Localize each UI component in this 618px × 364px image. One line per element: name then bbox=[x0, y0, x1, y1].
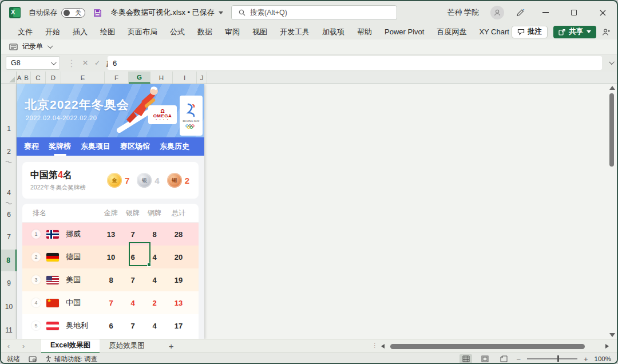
ribbon-tab-power-pivot[interactable]: Power Pivot bbox=[378, 24, 430, 39]
document-title-text: 冬奥会数据可视化.xlsx • 已保存 bbox=[111, 7, 215, 18]
cancel-icon[interactable]: ✕ bbox=[82, 59, 88, 67]
ribbon-tab-data[interactable]: 数据 bbox=[191, 24, 219, 39]
row-header-9[interactable]: 9 bbox=[1, 272, 17, 294]
ribbon-tab-review[interactable]: 审阅 bbox=[219, 24, 246, 39]
ribbon-tab-home[interactable]: 开始 bbox=[39, 24, 66, 39]
form-dropdown-icon[interactable] bbox=[47, 43, 53, 49]
search-input[interactable]: 搜索(Alt+Q) bbox=[231, 5, 397, 20]
column-header-j[interactable]: J bbox=[197, 72, 207, 84]
maximize-button[interactable] bbox=[565, 5, 583, 21]
sheet-area[interactable]: 1 2 4 6 7 8 9 10 11 bbox=[1, 84, 617, 339]
formula-bar-expand-icon[interactable] bbox=[609, 59, 615, 65]
ribbon-tab-draw[interactable]: 绘图 bbox=[94, 24, 121, 39]
sheet-tabs-row: ‹ › Excel效果图 原始效果图 + ⋮ bbox=[1, 339, 617, 353]
sheet-nav-next-icon[interactable]: › bbox=[16, 342, 31, 350]
comments-button[interactable]: 批注 bbox=[512, 26, 548, 38]
rank-badge: 5 bbox=[31, 321, 41, 330]
column-header-h[interactable]: H bbox=[150, 72, 173, 84]
formula-input[interactable]: 6 bbox=[108, 56, 602, 70]
scroll-up-icon[interactable] bbox=[609, 86, 615, 90]
person-add-icon[interactable] bbox=[602, 28, 611, 36]
scroll-left-icon[interactable] bbox=[381, 344, 385, 349]
selected-cell-outline[interactable] bbox=[129, 242, 150, 266]
page-layout-view-button[interactable] bbox=[478, 354, 491, 364]
excel-app-icon[interactable] bbox=[9, 7, 21, 18]
row-header-4[interactable]: 4 bbox=[1, 182, 17, 204]
row-header-6[interactable]: 6 bbox=[1, 204, 17, 225]
nav-tab-schedule[interactable]: 赛程 bbox=[24, 141, 39, 152]
add-sheet-button[interactable]: + bbox=[169, 341, 174, 351]
zoom-out-button[interactable]: − bbox=[516, 355, 521, 363]
ribbon-tab-formulas[interactable]: 公式 bbox=[164, 24, 191, 39]
nav-tab-venues[interactable]: 赛区场馆 bbox=[120, 141, 150, 152]
sheet-tab-excel-result[interactable]: Excel效果图 bbox=[41, 339, 100, 353]
ribbon-tab-view[interactable]: 视图 bbox=[246, 24, 274, 39]
scroll-right-icon[interactable] bbox=[605, 344, 609, 349]
document-title[interactable]: 冬奥会数据可视化.xlsx • 已保存 bbox=[111, 7, 223, 18]
column-header-i[interactable]: I bbox=[173, 72, 197, 84]
rank-badge: 3 bbox=[31, 275, 41, 284]
minimize-icon bbox=[542, 12, 549, 13]
nav-tab-medal-table[interactable]: 奖牌榜 bbox=[49, 141, 71, 152]
zoom-slider[interactable] bbox=[527, 358, 577, 359]
row-header-7[interactable]: 7 bbox=[1, 226, 17, 248]
sheet-nav-prev-icon[interactable]: ‹ bbox=[1, 342, 16, 350]
name-box[interactable]: G8 bbox=[6, 56, 60, 70]
macro-record-icon[interactable] bbox=[29, 356, 37, 362]
zoom-in-button[interactable]: + bbox=[584, 355, 588, 363]
minimize-button[interactable] bbox=[537, 5, 554, 21]
accessibility-status[interactable]: 辅助功能: 调查 bbox=[45, 355, 97, 363]
vertical-scroll-thumb[interactable] bbox=[609, 93, 614, 167]
ribbon-tab-insert[interactable]: 插入 bbox=[66, 24, 94, 39]
column-header-d[interactable]: D bbox=[46, 72, 61, 84]
row-header-2[interactable]: 2 bbox=[1, 141, 17, 163]
dashboard-body: 中国第4名 2022年冬奥会奖牌榜 金 7 银 4 bbox=[17, 156, 204, 339]
select-all-corner[interactable] bbox=[1, 72, 17, 84]
austria-flag-icon bbox=[46, 322, 59, 330]
row-header-10[interactable]: 10 bbox=[1, 296, 17, 318]
sheet-tab-original-result[interactable]: 原始效果图 bbox=[100, 339, 154, 353]
scrollbar-grip-icon[interactable]: ⋮ bbox=[372, 342, 377, 349]
ribbon-tab-help[interactable]: 帮助 bbox=[351, 24, 378, 39]
olympic-rings-icon bbox=[185, 124, 197, 129]
user-name[interactable]: 芒种 学院 bbox=[447, 7, 479, 18]
avatar[interactable] bbox=[490, 6, 504, 19]
beijing-emblem-icon bbox=[186, 103, 196, 118]
country-name: 挪威 bbox=[62, 229, 100, 239]
scroll-down-icon[interactable] bbox=[609, 333, 615, 337]
autosave-toggle[interactable]: 关 bbox=[61, 8, 85, 18]
row-header-1[interactable]: 1 bbox=[1, 118, 17, 140]
ribbon-tab-addins[interactable]: 加载项 bbox=[316, 24, 351, 39]
name-box-dropdown-icon bbox=[51, 60, 57, 65]
column-headers: A B C D E F G H I J bbox=[1, 72, 617, 84]
vertical-scrollbar[interactable] bbox=[608, 84, 616, 339]
page-break-view-button[interactable] bbox=[497, 354, 510, 364]
gold-medal-icon: 金 bbox=[107, 173, 122, 188]
nav-tab-history[interactable]: 东奥历史 bbox=[160, 141, 189, 152]
ribbon-tab-baidu-pan[interactable]: 百度网盘 bbox=[430, 24, 473, 39]
horizontal-scroll-thumb[interactable] bbox=[390, 344, 585, 349]
column-header-b[interactable]: B bbox=[22, 72, 31, 84]
column-header-f[interactable]: F bbox=[105, 72, 129, 84]
column-header-c[interactable]: C bbox=[31, 72, 46, 84]
column-header-e[interactable]: E bbox=[61, 72, 105, 84]
share-button[interactable]: 共享 bbox=[553, 26, 596, 38]
pen-icon[interactable] bbox=[516, 8, 525, 18]
normal-view-button[interactable] bbox=[459, 354, 472, 364]
ribbon-tab-page-layout[interactable]: 页面布局 bbox=[121, 24, 164, 39]
nav-tab-events[interactable]: 东奥项目 bbox=[81, 141, 110, 152]
row-header-11[interactable]: 11 bbox=[1, 319, 17, 339]
close-button[interactable] bbox=[594, 5, 611, 21]
row-header-8[interactable]: 8 bbox=[1, 250, 17, 271]
ribbon-tab-file[interactable]: 文件 bbox=[11, 24, 39, 39]
zoom-slider-thumb[interactable] bbox=[557, 355, 560, 362]
form-button[interactable]: 记录单 bbox=[22, 42, 43, 52]
save-icon[interactable] bbox=[93, 9, 102, 17]
ribbon-tab-developer[interactable]: 开发工具 bbox=[274, 24, 316, 39]
enter-icon[interactable]: ✓ bbox=[94, 59, 100, 67]
horizontal-scrollbar[interactable]: ⋮ bbox=[372, 339, 609, 353]
zoom-level[interactable]: 100% bbox=[595, 355, 611, 362]
column-header-a[interactable]: A bbox=[17, 72, 22, 84]
column-header-g[interactable]: G bbox=[129, 72, 150, 84]
total-value: 19 bbox=[165, 276, 192, 284]
